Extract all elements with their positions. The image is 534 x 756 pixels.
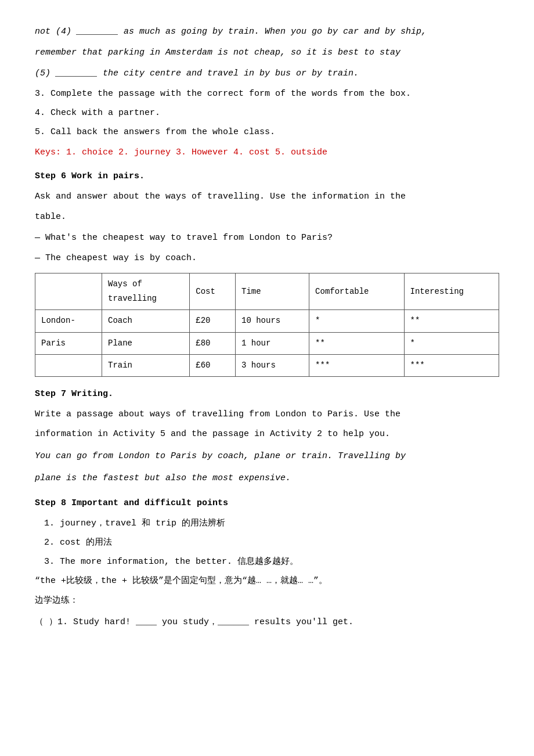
table-cell-paris: Paris [35, 332, 102, 354]
intro-line-2: remember that parking in Amsterdam is no… [35, 48, 400, 57]
table-cell-plane-cost: £80 [190, 332, 236, 354]
table-cell-train-interesting: *** [404, 354, 499, 376]
table-cell-london: London- [35, 310, 102, 332]
step-4: 4. Check with a partner. [35, 105, 499, 121]
step7-para2: information in Activity 5 and the passag… [35, 426, 499, 443]
keys-line: Keys: 1. choice 2. journey 3. However 4.… [35, 145, 499, 160]
step7-italic2: plane is the fastest but also the most e… [35, 470, 499, 487]
step6-para: Ask and answer about the ways of travell… [35, 189, 499, 206]
table-cell-train-time: 3 hours [236, 354, 309, 376]
table-cell-plane-interesting: * [404, 332, 499, 354]
step8-item-1: 1. journey，travel 和 trip 的用法辨析 [44, 516, 499, 531]
table-cell-train: Train [102, 354, 190, 376]
table-row-plane: Paris Plane £80 1 hour ** * [35, 332, 499, 354]
table-cell-train-comfortable: *** [309, 354, 404, 376]
intro-line-1: not (4) ________ as much as going by tra… [35, 27, 427, 37]
table-cell-comfortable: Comfortable [309, 273, 404, 310]
step7-heading: Step 7 Writing. [35, 386, 499, 402]
step8-heading: Step 8 Important and difficult points [35, 495, 499, 511]
page-content: not (4) ________ as much as going by tra… [35, 23, 499, 630]
table-cell-plane-comfortable: ** [309, 332, 404, 354]
table-cell-interesting: Interesting [404, 273, 499, 310]
table-cell-time: Time [236, 273, 309, 310]
table-cell-ways: Ways oftravelling [102, 273, 190, 310]
table-cell-coach-cost: £20 [190, 310, 236, 332]
table-cell-cost: Cost [190, 273, 236, 310]
intro-line-3: (5) ________ the city centre and travel … [35, 69, 359, 78]
step6-para2: table. [35, 209, 499, 226]
dialogue-1: — What's the cheapest way to travel from… [35, 230, 499, 246]
step7-italic1: You can go from London to Paris by coach… [35, 448, 499, 465]
step-3: 3. Complete the passage with the correct… [35, 86, 499, 102]
step8-item-3: 3. The more information, the better. 信息越… [44, 554, 499, 570]
step8-item-2: 2. cost 的用法 [44, 535, 499, 550]
table-cell-plane-time: 1 hour [236, 332, 309, 354]
table-cell-coach-comfortable: * [309, 310, 404, 332]
table-row-coach: London- Coach £20 10 hours * ** [35, 310, 499, 332]
table-cell-coach-time: 10 hours [236, 310, 309, 332]
table-row-train: Train £60 3 hours *** *** [35, 354, 499, 376]
intro-italic-block-2: remember that parking in Amsterdam is no… [35, 44, 499, 62]
table-header-row: Ways oftravelling Cost Time Comfortable … [35, 273, 499, 310]
step8-note: “the +比较级，the + 比较级”是个固定句型，意为“越… …，就越… …… [35, 573, 499, 590]
table-cell-plane: Plane [102, 332, 190, 354]
table-cell-train-cost: £60 [190, 354, 236, 376]
table-cell [35, 273, 102, 310]
dialogue-2: — The cheapest way is by coach. [35, 250, 499, 266]
step8-practice-label: 边学边练： [35, 593, 499, 610]
step8-exercise: （ ）1. Study hard! ____ you study，______ … [35, 614, 499, 630]
table-cell-coach-interesting: ** [404, 310, 499, 332]
step-5: 5. Call back the answers from the whole … [35, 124, 499, 140]
step6-heading: Step 6 Work in pairs. [35, 168, 499, 184]
step7-para1: Write a passage about ways of travelling… [35, 406, 499, 423]
intro-italic-block-3: (5) ________ the city centre and travel … [35, 65, 499, 82]
table-cell-empty [35, 354, 102, 376]
intro-italic-block: not (4) ________ as much as going by tra… [35, 23, 499, 41]
travel-table: Ways oftravelling Cost Time Comfortable … [35, 273, 499, 377]
table-cell-coach: Coach [102, 310, 190, 332]
